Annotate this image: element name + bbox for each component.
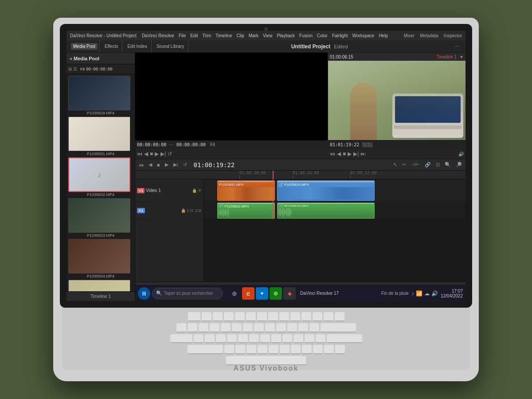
- menu-clip[interactable]: Clip: [236, 33, 244, 38]
- clip-green-2[interactable]: 🔗 P1035820.MP4: [277, 203, 375, 219]
- menu-workspace[interactable]: Workspace: [352, 33, 375, 38]
- zoom-fit: Fit: [80, 67, 85, 71]
- waveform-1: [218, 207, 274, 218]
- prog-stop-icon[interactable]: ■: [343, 151, 346, 157]
- v1-lock-icon[interactable]: 🔒: [192, 188, 197, 193]
- notification-text: Fin de la pluie: [381, 291, 409, 296]
- loop-icon[interactable]: ↺: [168, 151, 172, 157]
- wb: [227, 211, 227, 215]
- inspector-button[interactable]: Inspector: [444, 33, 462, 38]
- tl-loop[interactable]: ↺: [181, 161, 189, 168]
- menu-help[interactable]: Help: [379, 33, 388, 38]
- tl-fwd[interactable]: ▶|: [172, 161, 180, 168]
- tl-go-start[interactable]: ⏮: [137, 161, 145, 168]
- search-bar[interactable]: 🔍 Taper ici pour rechercher: [152, 288, 223, 299]
- clip-green-1[interactable]: 🔗 P1035832.MP4: [217, 203, 275, 219]
- key-bracket-l: [305, 334, 314, 344]
- key-h: [280, 345, 289, 354]
- menu-bar: DaVinci Resolve File Edit Trim Timeline …: [142, 33, 388, 38]
- toolbar-more[interactable]: ⋯: [452, 43, 461, 50]
- mixer-button[interactable]: Mixer: [404, 33, 415, 38]
- menu-playback[interactable]: Playback: [277, 33, 295, 38]
- task-view-button[interactable]: ⊕: [228, 287, 241, 300]
- effects-button[interactable]: Effects: [102, 43, 120, 50]
- a1-solo-icon[interactable]: M: [190, 208, 194, 213]
- menu-timeline[interactable]: Timeline: [215, 33, 232, 38]
- tl-back[interactable]: ◀: [147, 161, 154, 168]
- a1-mute-icon[interactable]: S: [187, 208, 189, 213]
- prog-ff-icon[interactable]: ⏭: [360, 151, 366, 157]
- clip-orange-frames: [218, 187, 274, 200]
- timeline-dropdown-icon[interactable]: ▼: [459, 55, 464, 59]
- list-item[interactable]: P1035831.MP4: [68, 117, 133, 156]
- system-time: 17:07 12/04/2022: [441, 289, 463, 298]
- key-9: [276, 323, 286, 332]
- prog-play-icon[interactable]: ▶: [348, 151, 352, 157]
- step-fwd-icon[interactable]: ▶|: [160, 151, 166, 157]
- key-f9: [290, 312, 300, 321]
- list-item[interactable]: P1035834.MP4: [68, 239, 133, 278]
- menu-trim[interactable]: Trim: [202, 33, 211, 38]
- v1-eye-icon[interactable]: 👁: [198, 188, 202, 193]
- program-bottom: 01:01:19:22 ⬛⬛: [328, 140, 466, 149]
- key-1: [188, 323, 197, 332]
- media-name-4: P1035833.MP4: [68, 233, 133, 238]
- key-u: [260, 334, 270, 344]
- list-view-icon[interactable]: ☰: [73, 66, 77, 71]
- tl-play[interactable]: ▶: [163, 161, 170, 168]
- browser-icon[interactable]: e: [242, 287, 254, 300]
- davinci-button[interactable]: ◆: [283, 287, 296, 300]
- timeline-name: Timeline 1: [436, 55, 457, 59]
- prog-step-back-icon[interactable]: ◀: [337, 151, 341, 157]
- clip-blue[interactable]: 🔗 P1035820.MP4: [277, 180, 375, 201]
- volume-icon[interactable]: 🔊: [458, 152, 464, 156]
- list-item[interactable]: P1035828.MP4: [68, 76, 133, 115]
- sound-library-button[interactable]: Sound Library: [154, 43, 186, 50]
- list-item[interactable]: P1035833.MP4: [68, 198, 133, 238]
- ruler-mark-2: 01:00:24:00: [293, 171, 319, 175]
- wifi-icon[interactable]: 📶: [416, 290, 422, 297]
- start-button[interactable]: ⊞: [138, 287, 150, 300]
- wb2: [286, 208, 287, 216]
- metadata-button[interactable]: Metadata: [420, 33, 438, 38]
- step-back-icon[interactable]: ◀: [144, 151, 148, 157]
- time-display: 17:07: [441, 289, 463, 293]
- list-item[interactable]: ♪ P1035832.MP4: [68, 157, 133, 197]
- collapse-icon[interactable]: ◂: [69, 55, 72, 62]
- go-start-icon[interactable]: ⏮: [137, 151, 142, 157]
- edit-index-button[interactable]: Edit Index: [125, 43, 149, 50]
- menu-color[interactable]: Color: [317, 33, 328, 38]
- select-tool-icon[interactable]: ↖: [391, 161, 399, 168]
- menu-davinci[interactable]: DaVinci Resolve: [142, 33, 174, 38]
- menu-mark[interactable]: Mark: [249, 33, 258, 38]
- link-icon[interactable]: 🔗: [423, 161, 433, 168]
- wb2: [282, 207, 283, 217]
- play-icon[interactable]: ▶: [155, 151, 159, 157]
- timeline-scrollbar[interactable]: [135, 282, 466, 285]
- source-duration: 00:00:00:00: [176, 142, 206, 147]
- zoom-out-icon[interactable]: 🔎: [454, 161, 464, 168]
- menu-view[interactable]: View: [263, 33, 273, 38]
- menu-fairlight[interactable]: Fairlight: [332, 33, 348, 38]
- clip-orange[interactable]: P1035832.MP4: [217, 180, 275, 201]
- davinci-icon: ◆: [288, 290, 292, 297]
- edge-button[interactable]: ✦: [256, 287, 268, 300]
- magnet-icon[interactable]: ⊡: [434, 161, 442, 168]
- clip-green1-name: P1035832.MP4: [224, 204, 249, 207]
- prog-step-fwd-icon[interactable]: ▶|: [353, 151, 359, 157]
- volume-sys-icon[interactable]: 🔊: [431, 290, 438, 297]
- menu-edit[interactable]: Edit: [190, 33, 198, 38]
- zoom-in-icon[interactable]: 🔍: [443, 161, 453, 168]
- xbox-button[interactable]: ⊚: [270, 287, 282, 300]
- stop-icon[interactable]: ■: [150, 151, 153, 157]
- menu-file[interactable]: File: [179, 33, 186, 38]
- media-pool-button[interactable]: Media Pool: [71, 43, 98, 50]
- prog-go-start-icon[interactable]: ⏮: [330, 151, 335, 157]
- list-item[interactable]: P1035835.MP4: [68, 280, 133, 291]
- insert-icon[interactable]: ⊣⊢: [409, 161, 422, 168]
- menu-fusion[interactable]: Fusion: [299, 33, 313, 38]
- grid-view-icon[interactable]: ⊞: [68, 66, 72, 71]
- tl-stop[interactable]: ■: [155, 161, 162, 168]
- razor-tool-icon[interactable]: ✂: [400, 161, 408, 168]
- a1-lock-icon[interactable]: 🔒: [181, 208, 186, 213]
